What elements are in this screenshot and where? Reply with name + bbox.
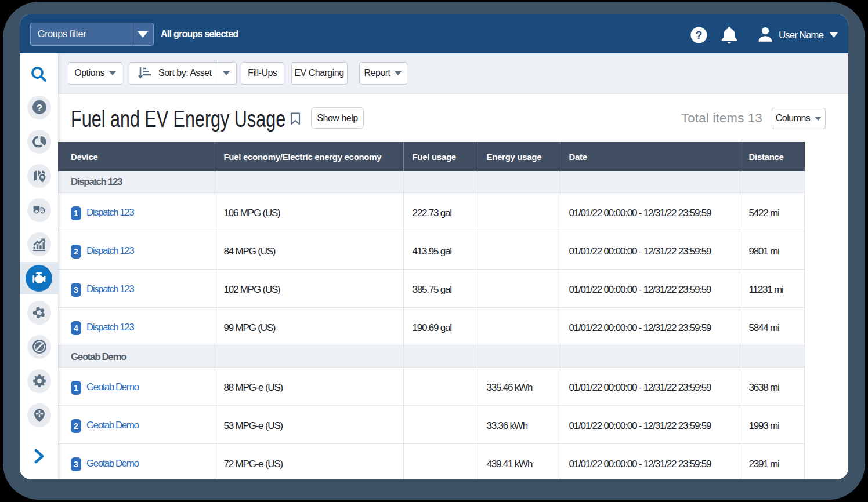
svg-text:?: ? <box>37 103 42 113</box>
svg-text:?: ? <box>696 29 703 41</box>
